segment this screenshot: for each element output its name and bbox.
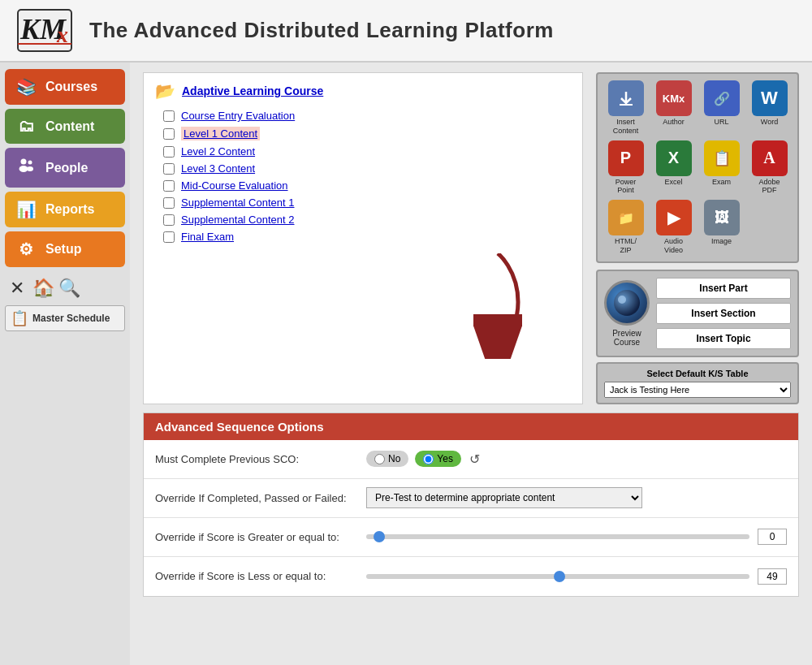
override-completed-select[interactable]: Pre-Test to determine appropriate conten… bbox=[366, 487, 642, 508]
preview-course-icon bbox=[604, 280, 650, 326]
insert-action-buttons: Insert Part Insert Section Insert Topic bbox=[656, 278, 791, 349]
adobe-button[interactable]: A AdobePDF bbox=[748, 140, 791, 196]
insert-section-button[interactable]: Insert Section bbox=[656, 303, 791, 324]
sidebar-item-courses[interactable]: 📚 Courses bbox=[5, 69, 125, 105]
sidebar-item-content[interactable]: 🗂 Content bbox=[5, 109, 125, 144]
html-zip-button[interactable]: 📁 HTML/ZIP bbox=[604, 200, 647, 255]
list-item: Final Exam bbox=[163, 228, 571, 245]
schedule-icon: 📋 bbox=[11, 309, 28, 327]
radio-no[interactable]: No bbox=[366, 451, 408, 467]
override-completed-label: Override If Completed, Passed or Failed: bbox=[155, 492, 366, 504]
radio-no-input[interactable] bbox=[374, 454, 385, 464]
list-item: Level 1 Content bbox=[163, 124, 571, 143]
upper-section: 📂 Adaptive Learning Course Course Entry … bbox=[143, 72, 799, 404]
close-icon[interactable]: ✕ bbox=[5, 278, 29, 299]
override-greater-label: Override if Score is Greater or equal to… bbox=[155, 531, 366, 543]
tree-item-link-3[interactable]: Level 2 Content bbox=[181, 145, 255, 158]
tree-item-link-5[interactable]: Mid-Course Evaluation bbox=[181, 179, 288, 192]
sidebar-item-reports[interactable]: 📊 Reports bbox=[5, 192, 125, 227]
bottom-icon-row: ✕ 🏠 🔍 bbox=[5, 278, 81, 299]
override-less-control bbox=[366, 568, 787, 585]
word-icon: W bbox=[752, 80, 788, 116]
svg-point-7 bbox=[27, 166, 33, 171]
tree-checkbox-6[interactable] bbox=[163, 197, 175, 209]
tree-item-link-7[interactable]: Supplemental Content 2 bbox=[181, 214, 294, 226]
author-icon: KMx bbox=[656, 80, 692, 116]
tree-item-link-2[interactable]: Level 1 Content bbox=[181, 127, 260, 140]
home-icon[interactable]: 🏠 bbox=[31, 278, 55, 299]
people-icon bbox=[15, 156, 37, 179]
radio-yes[interactable]: Yes bbox=[415, 451, 461, 467]
image-label: Image bbox=[711, 237, 732, 246]
slider-less-thumb[interactable] bbox=[554, 571, 565, 582]
url-icon: 🔗 bbox=[704, 80, 740, 116]
main-container: 📚 Courses 🗂 Content People 📊 Reports ⚙ bbox=[0, 63, 812, 665]
insert-buttons-panel: PreviewCourse Insert Part Insert Section… bbox=[596, 270, 799, 357]
content-icon: 🗂 bbox=[15, 117, 37, 136]
sidebar-bottom: ✕ 🏠 🔍 📋 Master Schedule bbox=[5, 278, 125, 331]
insert-topic-button[interactable]: Insert Topic bbox=[656, 328, 791, 349]
slider-greater-thumb[interactable] bbox=[374, 531, 385, 542]
url-label: URL bbox=[714, 118, 728, 127]
image-button[interactable]: 🖼 Image bbox=[700, 200, 743, 255]
insert-content-button[interactable]: InsertContent bbox=[604, 80, 647, 136]
ks-table-label: Select Default K/S Table bbox=[604, 369, 791, 378]
insert-row: PreviewCourse Insert Part Insert Section… bbox=[604, 278, 791, 349]
override-less-label: Override if Score is Less or equal to: bbox=[155, 570, 366, 582]
list-item: Level 3 Content bbox=[163, 160, 571, 177]
author-button[interactable]: KMx Author bbox=[652, 80, 695, 136]
search-icon[interactable]: 🔍 bbox=[57, 278, 81, 299]
slider-greater-value[interactable] bbox=[758, 529, 787, 545]
tree-checkbox-1[interactable] bbox=[163, 110, 175, 122]
tree-checkbox-7[interactable] bbox=[163, 214, 175, 226]
insert-content-label: InsertContent bbox=[613, 118, 639, 136]
tree-checkbox-4[interactable] bbox=[163, 163, 175, 175]
ks-table-section: Select Default K/S Table Jack is Testing… bbox=[596, 362, 799, 404]
insert-part-button[interactable]: Insert Part bbox=[656, 278, 791, 299]
course-tree-title[interactable]: Adaptive Learning Course bbox=[182, 84, 323, 97]
exam-icon: 📋 bbox=[704, 140, 740, 176]
ks-table-select[interactable]: Jack is Testing Here bbox=[604, 382, 791, 398]
svg-point-10 bbox=[614, 290, 640, 316]
tree-checkbox-2[interactable] bbox=[163, 128, 175, 140]
excel-label: Excel bbox=[664, 178, 682, 187]
tree-checkbox-5[interactable] bbox=[163, 180, 175, 192]
adobe-icon: A bbox=[752, 140, 788, 176]
app-logo: KM x bbox=[16, 8, 73, 53]
app-header: KM x The Advanced Distributed Learning P… bbox=[0, 0, 812, 63]
tree-item-link-6[interactable]: Supplemental Content 1 bbox=[181, 196, 294, 209]
tree-item-link-1[interactable]: Course Entry Evaluation bbox=[181, 110, 295, 122]
audio-icon: ▶ bbox=[656, 200, 692, 235]
list-item: Course Entry Evaluation bbox=[163, 107, 571, 124]
refresh-icon[interactable]: ↺ bbox=[469, 451, 480, 467]
folder-icon: 📂 bbox=[155, 81, 175, 101]
tree-checkbox-3[interactable] bbox=[163, 146, 175, 158]
sidebar-item-people[interactable]: People bbox=[5, 148, 125, 188]
audio-video-button[interactable]: ▶ AudioVideo bbox=[652, 200, 695, 255]
content-area: 📂 Adaptive Learning Course Course Entry … bbox=[130, 63, 812, 665]
excel-icon: X bbox=[656, 140, 692, 176]
audio-label: AudioVideo bbox=[664, 237, 683, 255]
word-label: Word bbox=[761, 118, 778, 127]
radio-group: No Yes bbox=[366, 451, 461, 467]
list-item: Supplemental Content 2 bbox=[163, 211, 571, 228]
html-icon: 📁 bbox=[608, 200, 644, 235]
radio-yes-input[interactable] bbox=[423, 454, 434, 464]
override-greater-control bbox=[366, 529, 787, 545]
master-schedule-button[interactable]: 📋 Master Schedule bbox=[5, 305, 125, 331]
slider-less-track[interactable] bbox=[366, 574, 749, 579]
tree-items: Course Entry Evaluation Level 1 Content … bbox=[155, 107, 571, 245]
url-button[interactable]: 🔗 URL bbox=[700, 80, 743, 136]
tree-checkbox-8[interactable] bbox=[163, 231, 175, 243]
tree-item-link-8[interactable]: Final Exam bbox=[181, 231, 234, 243]
word-button[interactable]: W Word bbox=[748, 80, 791, 136]
tree-item-link-4[interactable]: Level 3 Content bbox=[181, 162, 255, 175]
exam-button[interactable]: 📋 Exam bbox=[700, 140, 743, 196]
sidebar-item-setup[interactable]: ⚙ Setup bbox=[5, 231, 125, 267]
slider-greater-track[interactable] bbox=[366, 534, 749, 539]
excel-button[interactable]: X Excel bbox=[652, 140, 695, 196]
page-title: The Advanced Distributed Learning Platfo… bbox=[89, 18, 554, 43]
override-completed-control: Pre-Test to determine appropriate conten… bbox=[366, 487, 787, 508]
slider-less-value[interactable] bbox=[758, 568, 787, 585]
powerpoint-button[interactable]: P PowerPoint bbox=[604, 140, 647, 196]
